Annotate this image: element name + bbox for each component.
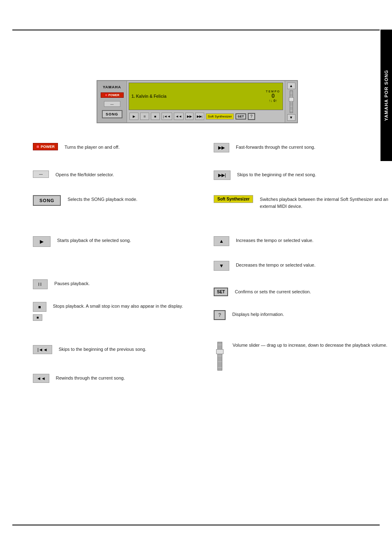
- desc-prev-icon: ◄◄: [37, 376, 46, 381]
- help-label: ?: [250, 114, 253, 119]
- desc-ff-icon: ▶▶: [218, 145, 225, 150]
- desc-pause: II Pauses playback.: [33, 279, 90, 289]
- desc-stop: ■ ■ Stops playback. A small stop icon ma…: [33, 302, 183, 321]
- desc-volume-slider[interactable]: [214, 341, 226, 371]
- play-button[interactable]: ▶: [129, 113, 138, 120]
- soft-synth-button[interactable]: Soft Synthesizer: [206, 113, 234, 120]
- desc-play-button[interactable]: ▶: [33, 236, 51, 247]
- slider-line: [290, 106, 293, 106]
- desc-stop-icon: ■: [38, 304, 41, 309]
- dash-button[interactable]: —: [104, 101, 120, 107]
- desc-prev-song: |◄◄ Skips to the beginning of the previo…: [33, 345, 146, 354]
- down-icon: ▼: [219, 263, 224, 269]
- desc-play: ▶ Starts playback of the selected song.: [33, 236, 131, 247]
- volume-down-button[interactable]: ▼: [287, 114, 295, 121]
- volume-up-icon: ▲: [289, 84, 293, 88]
- desc-up-button[interactable]: ▲: [214, 236, 229, 246]
- desc-volume-thumb[interactable]: [216, 349, 224, 354]
- desc-soft-synth-text: Switches playback between the internal S…: [260, 195, 392, 210]
- chapter-tab: YAMAHA POR SONG: [380, 30, 392, 161]
- next-song-button[interactable]: ▶▶|: [195, 113, 204, 120]
- desc-help-text: Displays help information.: [232, 310, 284, 318]
- stop-icon: ■: [154, 115, 157, 118]
- desc-prev-button[interactable]: ◄◄: [33, 374, 49, 383]
- desc-power-button[interactable]: POWER: [33, 143, 58, 150]
- desc-soft-synth-label: Soft Synthesizer: [217, 197, 249, 201]
- desc-stop-button[interactable]: ■: [33, 302, 46, 312]
- desc-pause-text: Pauses playback.: [54, 279, 90, 287]
- lcd-tempo-value: 0: [272, 93, 275, 99]
- desc-next-song-text: Skips to the beginning of the next song.: [237, 170, 316, 178]
- power-label: POWER: [108, 94, 119, 97]
- volume-slider-thumb[interactable]: [289, 97, 294, 101]
- desc-volume-lines: [218, 342, 222, 370]
- desc-dash-text: Opens the file/folder selector.: [55, 170, 114, 178]
- desc-help-button[interactable]: ?: [214, 310, 226, 320]
- desc-soft-synth-button[interactable]: Soft Synthesizer: [214, 195, 253, 203]
- desc-dash-button[interactable]: —: [33, 170, 49, 178]
- play-icon: ▶: [133, 115, 135, 118]
- desc-play-text: Starts playback of the selected song.: [57, 236, 131, 244]
- desc-song-text: Selects the SONG playback mode.: [67, 195, 137, 203]
- lcd-beat-indicator: ↑↓ 0↑: [269, 99, 277, 103]
- set-button[interactable]: SET: [235, 113, 246, 120]
- lcd-tempo-area: TEMPO 0 ↑↓ 0↑: [266, 90, 280, 103]
- song-button[interactable]: SONG: [102, 110, 122, 118]
- desc-soft-synth: Soft Synthesizer Switches playback betwe…: [214, 195, 392, 210]
- power-sq-icon: [36, 145, 39, 148]
- desc-stop-sm-button[interactable]: ■: [33, 314, 42, 321]
- up-icon: ▲: [219, 238, 224, 244]
- desc-ff-button[interactable]: ▶▶: [214, 143, 229, 152]
- ff-icon: ▶▶: [187, 115, 192, 118]
- power-button[interactable]: POWER: [101, 92, 124, 98]
- desc-dash-label: —: [39, 172, 43, 176]
- desc-song-button[interactable]: SONG: [33, 195, 61, 206]
- desc-prev-song-icon: |◄◄: [37, 347, 48, 352]
- desc-up-text: Increases the tempo or selected value.: [236, 236, 314, 244]
- chapter-tab-label: YAMAHA POR SONG: [384, 70, 389, 121]
- desc-down-text: Decreases the tempo or selected value.: [236, 261, 316, 269]
- desc-next-song-button[interactable]: ▶▶|: [214, 170, 231, 180]
- stop-button[interactable]: ■: [151, 113, 160, 120]
- desc-ff: ▶▶ Fast-forwards through the current son…: [214, 143, 315, 152]
- power-indicator: [105, 94, 108, 97]
- pause-icon: II: [144, 115, 145, 118]
- volume-down-icon: ▼: [289, 115, 293, 120]
- desc-stop-text: Stops playback. A small stop icon may al…: [53, 302, 183, 310]
- desc-play-icon: ▶: [40, 239, 44, 244]
- volume-slider-track[interactable]: [290, 90, 293, 113]
- desc-down-button[interactable]: ▼: [214, 261, 229, 271]
- player-left-panel: YAMAHA POWER — SONG: [97, 81, 127, 122]
- desc-set: SET Confirms or sets the current selecti…: [214, 288, 311, 296]
- lcd-screen: 1. Kalvin & Felicia TEMPO 0 ↑↓ 0↑: [129, 83, 283, 110]
- prev-song-button[interactable]: |◄◄: [161, 113, 172, 120]
- help-button[interactable]: ?: [248, 113, 255, 120]
- desc-prev-text: Rewinds through the current song.: [56, 374, 125, 382]
- player-unit: YAMAHA POWER — SONG 1. Kalvin & Felicia …: [97, 80, 298, 123]
- yamaha-brand: YAMAHA: [103, 85, 121, 89]
- lcd-song-name: 1. Kalvin & Felicia: [131, 94, 266, 99]
- desc-prev: ◄◄ Rewinds through the current song.: [33, 374, 125, 383]
- desc-song: SONG Selects the SONG playback mode.: [33, 195, 137, 206]
- prev-icon: ◄◄: [175, 115, 182, 118]
- desc-up: ▲ Increases the tempo or selected value.: [214, 236, 314, 246]
- volume-up-button[interactable]: ▲: [287, 83, 295, 89]
- desc-prev-song-button[interactable]: |◄◄: [33, 345, 52, 354]
- pause-button[interactable]: II: [140, 113, 149, 120]
- song-label: SONG: [106, 112, 118, 116]
- slider-desc-line: [218, 362, 222, 362]
- transport-row: ▶ II ■ |◄◄ ◄◄ ▶▶ ▶▶| Soft Synthesizer: [129, 112, 283, 121]
- desc-song-label: SONG: [39, 198, 54, 203]
- slider-desc-line: [218, 345, 222, 345]
- desc-dash: — Opens the file/folder selector.: [33, 170, 114, 178]
- desc-next-song-icon: ▶▶|: [218, 173, 226, 177]
- top-divider: [12, 30, 380, 30]
- desc-set-text: Confirms or sets the current selection.: [235, 288, 311, 295]
- bottom-divider: [12, 525, 380, 525]
- desc-set-button[interactable]: SET: [214, 288, 228, 296]
- prev-button[interactable]: ◄◄: [174, 113, 184, 120]
- dash-label: —: [111, 102, 114, 106]
- player-right-panel: ▲ ▼: [285, 81, 297, 122]
- ff-button[interactable]: ▶▶: [185, 113, 194, 120]
- desc-pause-button[interactable]: II: [33, 279, 48, 289]
